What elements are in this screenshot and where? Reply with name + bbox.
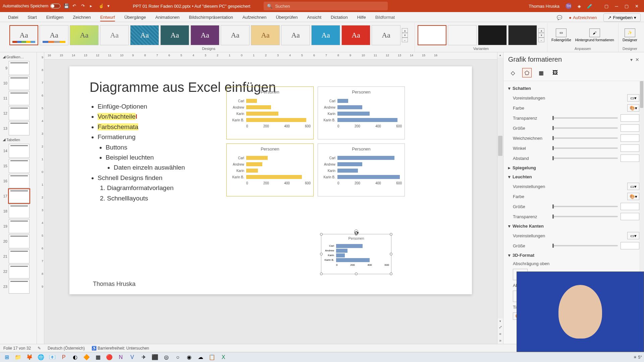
thumbs-section-heading[interactable]: ◢Tabellen (1, 136, 35, 143)
fill-line-tab-icon[interactable]: ◇ (508, 68, 518, 77)
record-button[interactable]: ● Aufzeichnen (566, 14, 599, 21)
slide-text-body[interactable]: Einfüge-Optionen Vor/NachteileI Farbsche… (90, 102, 185, 203)
glow-transparency-slider[interactable] (552, 216, 618, 217)
angle-slider[interactable] (552, 147, 618, 149)
tab-dictation[interactable]: Dictation (326, 13, 353, 22)
selected-chart[interactable]: PersonenCarlAndrewKarinKarin B.020040060… (321, 234, 391, 274)
app-icon[interactable]: ⬛ (150, 353, 160, 361)
share-button[interactable]: ↗ Freigeben ▾ (603, 13, 641, 22)
glow-color-button[interactable]: 🎨▾ (627, 193, 639, 200)
maximize-icon[interactable]: ▢ (622, 2, 631, 10)
redo-icon[interactable]: ↷ (81, 3, 87, 9)
app-icon[interactable]: 📋 (207, 353, 217, 361)
variant-thumb[interactable] (418, 25, 446, 45)
picture-tab-icon[interactable]: 🖼 (550, 68, 560, 77)
vlc-icon[interactable]: 🔶 (82, 353, 91, 361)
minimize-icon[interactable]: ─ (612, 2, 621, 10)
onenote-icon[interactable]: N (116, 353, 125, 361)
accessibility-status[interactable]: ♿ Barrierefreiheit: Untersuchen (92, 346, 149, 351)
transparency-input[interactable] (621, 114, 639, 122)
slide-thumbnail[interactable]: 12 (1, 106, 35, 120)
theme-thumb[interactable]: Aa (40, 25, 68, 45)
fit-to-window-icon[interactable]: ⤢ (497, 324, 503, 330)
pane-close-icon[interactable]: ✕ (635, 57, 639, 62)
slide-thumbnail[interactable]: 20 (1, 234, 35, 248)
customize-qat-icon[interactable]: ▾ (107, 3, 113, 9)
slide-thumbnail[interactable]: 17 (1, 189, 35, 203)
size-input[interactable] (621, 124, 639, 132)
theme-thumb[interactable]: Aa (160, 25, 189, 45)
thumbs-section-heading[interactable]: ◢Grafiken… (1, 54, 35, 60)
slide-thumbnail[interactable]: 18 (1, 204, 35, 218)
theme-thumb[interactable]: Aa (70, 25, 99, 45)
next-slide-icon[interactable]: » (497, 337, 503, 344)
theme-thumb[interactable]: Aa (341, 25, 370, 45)
user-avatar[interactable]: TH (566, 3, 572, 9)
tab-animationen[interactable]: Animationen (151, 13, 184, 22)
tab-zeichnen[interactable]: Zeichnen (68, 13, 95, 22)
theme-gallery[interactable]: Aa Aa Aa Aa Aa Aa Aa Aa Aa Aa Aa Aa Aa ▴… (9, 23, 408, 47)
language-status[interactable]: Deutsch (Österreich) (48, 346, 85, 351)
app-icon[interactable]: 🔴 (105, 353, 114, 361)
theme-thumb[interactable]: Aa (281, 25, 310, 45)
format-bg-button[interactable]: 🖌 Hintergrund formatieren (574, 27, 615, 43)
softedge-presets-button[interactable]: ▭▾ (627, 232, 639, 239)
tab-aufzeichnen[interactable]: Aufzeichnen (238, 13, 271, 22)
slide-canvas-area[interactable]: Diagramme aus Excel einfügen Einfüge-Opt… (44, 60, 497, 344)
blur-input[interactable] (621, 134, 639, 142)
app-icon[interactable]: ◉ (184, 353, 194, 361)
section-glow[interactable]: ▾Leuchten (508, 172, 639, 181)
chrome-icon[interactable]: 🌐 (36, 353, 46, 361)
from-beginning-icon[interactable]: ▸ (90, 3, 95, 9)
layout-tab-icon[interactable]: ▦ (536, 68, 546, 77)
theme-thumb[interactable]: Aa (191, 25, 219, 45)
rotation-handle-icon[interactable]: ⟳ (354, 230, 358, 234)
slide-thumbnail[interactable]: 13 (1, 121, 35, 135)
comments-icon[interactable]: 💬 (557, 15, 562, 20)
theme-thumb[interactable]: Aa (221, 25, 250, 45)
tab-ansicht[interactable]: Ansicht (302, 13, 326, 22)
scroll-down-icon[interactable]: ▾ (497, 318, 503, 324)
visio-icon[interactable]: V (127, 353, 137, 361)
tab-ueberpruefen[interactable]: Überprüfen (271, 13, 302, 22)
user-name[interactable]: Thomas Hruska (529, 4, 559, 9)
presets-button[interactable]: ▭▾ (627, 94, 639, 102)
softedge-size-slider[interactable] (552, 245, 618, 246)
tab-bildformat[interactable]: Bildformat (371, 13, 400, 22)
tab-entwurf[interactable]: Entwurf (96, 13, 120, 22)
glow-size-slider[interactable] (552, 206, 618, 207)
app-icon[interactable]: ◐ (70, 353, 80, 361)
excel-icon[interactable]: X (219, 353, 228, 361)
color-picker-button[interactable]: 🎨▾ (627, 104, 639, 112)
theme-thumb[interactable]: Aa (372, 25, 400, 45)
telegram-icon[interactable]: ✈ (139, 353, 148, 361)
slide-thumbnail[interactable]: 15 (1, 159, 35, 173)
touch-mode-icon[interactable]: ☝ (99, 3, 104, 9)
variant-gallery[interactable]: ▴▾⌄ (418, 23, 544, 47)
size-slider[interactable] (552, 127, 618, 129)
glow-transparency-input[interactable] (621, 213, 639, 220)
app-icon[interactable]: ○ (173, 353, 182, 361)
variant-thumb[interactable] (508, 25, 537, 45)
embedded-chart[interactable]: PersonenCarlAndrewKarinKarin B.020040060… (318, 86, 405, 139)
editor-scrollbar[interactable]: ▴ ▾ ⤢ « » (497, 52, 503, 344)
tab-start[interactable]: Start (23, 13, 41, 22)
tab-datei[interactable]: Datei (3, 13, 23, 22)
softedge-size-input[interactable] (621, 242, 639, 249)
theme-thumb[interactable]: Aa (311, 25, 340, 45)
distance-input[interactable] (621, 155, 639, 162)
tab-hilfe[interactable]: Hilfe (353, 13, 371, 22)
slide-size-button[interactable]: ▭ Foliengröße (550, 27, 573, 43)
transparency-slider[interactable] (552, 117, 618, 119)
ruler-vertical[interactable]: 9876543210123456789 (37, 52, 44, 344)
blur-slider[interactable] (552, 137, 618, 139)
designer-button[interactable]: ✨ Designer (621, 27, 639, 43)
powerpoint-icon[interactable]: P (59, 353, 68, 361)
section-soft-edges[interactable]: ▾Weiche Kanten (508, 222, 639, 231)
document-title[interactable]: PPT 01 Roter Faden 002.pptx • Auf "diese… (133, 4, 250, 9)
app-icon[interactable]: ▦ (93, 353, 103, 361)
theme-gallery-expand[interactable]: ▴▾⌄ (402, 27, 408, 44)
theme-thumb[interactable]: Aa (9, 25, 38, 45)
section-3d-format[interactable]: ▾3D-Format (508, 251, 639, 260)
save-icon[interactable]: 💾 (64, 3, 69, 9)
